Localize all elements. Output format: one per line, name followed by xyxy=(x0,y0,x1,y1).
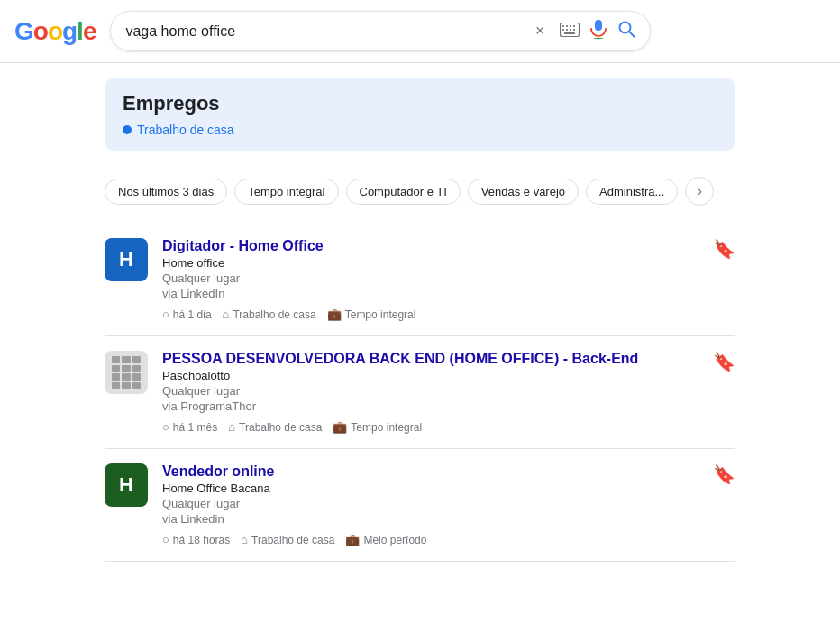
job-tags-1: ○ há 1 dia ⌂ Trabalho de casa 💼 Tempo in… xyxy=(162,307,735,321)
building-icon xyxy=(112,356,141,389)
chip-sales[interactable]: Vendas e varejo xyxy=(468,179,579,205)
svg-rect-7 xyxy=(570,29,571,31)
job-contract-1: 💼 Tempo integral xyxy=(327,307,416,321)
job-title-2[interactable]: PESSOA DESENVOLVEDORA BACK END (HOME OFF… xyxy=(162,351,735,367)
svg-rect-3 xyxy=(570,25,571,27)
chip-recent[interactable]: Nos últimos 3 dias xyxy=(105,179,227,205)
blue-dot xyxy=(123,125,132,134)
job-listing-2: PESSOA DESENVOLVEDORA BACK END (HOME OFF… xyxy=(105,336,735,449)
job-location-3: Qualquer lugar xyxy=(162,497,735,510)
svg-rect-5 xyxy=(562,29,564,31)
svg-rect-4 xyxy=(573,25,575,27)
job-company-3: Home Office Bacana xyxy=(162,482,735,495)
bag-icon-2: 💼 xyxy=(333,420,347,434)
search-bar: × xyxy=(110,11,651,51)
filter-chips: Nos últimos 3 dias Tempo integral Comput… xyxy=(105,166,735,216)
job-contract-2: 💼 Tempo integral xyxy=(333,420,422,434)
header-icons xyxy=(560,19,635,43)
job-location-2: Qualquer lugar xyxy=(162,384,735,398)
job-time-2: ○ há 1 mês xyxy=(162,420,217,434)
chip-admin[interactable]: Administra... xyxy=(586,179,678,205)
svg-rect-10 xyxy=(595,20,602,31)
job-worktype-3: ⌂ Trabalho de casa xyxy=(241,533,334,546)
job-source-1: via LinkedIn xyxy=(162,287,735,300)
bookmark-button-3[interactable]: 🔖 xyxy=(713,463,735,485)
divider xyxy=(552,21,552,42)
chip-tech[interactable]: Computador e TI xyxy=(346,179,461,205)
job-company-1: Home office xyxy=(162,256,735,270)
job-source-2: via ProgramaThor xyxy=(162,399,735,413)
house-icon-3: ⌂ xyxy=(241,533,248,546)
bookmark-button-1[interactable]: 🔖 xyxy=(713,238,735,260)
job-logo-1: H xyxy=(105,238,148,281)
clock-icon-2: ○ xyxy=(162,420,169,434)
house-icon-2: ⌂ xyxy=(228,420,235,434)
clock-icon-3: ○ xyxy=(162,533,169,546)
house-icon-1: ⌂ xyxy=(223,307,230,321)
svg-rect-9 xyxy=(564,32,575,34)
clear-icon[interactable]: × xyxy=(535,22,545,41)
keyboard-icon[interactable] xyxy=(560,21,580,41)
svg-rect-2 xyxy=(566,25,568,27)
svg-line-14 xyxy=(629,32,635,37)
jobs-card: Empregos Trabalho de casa xyxy=(105,78,735,151)
job-info-3: Vendedor online Home Office Bacana Qualq… xyxy=(162,463,735,546)
svg-rect-1 xyxy=(562,25,564,27)
chips-next-button[interactable]: › xyxy=(685,177,714,206)
search-button-icon[interactable] xyxy=(617,20,635,42)
job-logo-3: H xyxy=(105,463,148,507)
svg-rect-8 xyxy=(573,29,575,31)
bookmark-button-2[interactable]: 🔖 xyxy=(713,351,735,372)
job-title-1[interactable]: Digitador - Home Office xyxy=(162,238,735,254)
bag-icon-1: 💼 xyxy=(327,307,342,321)
header: Google × xyxy=(0,0,840,63)
jobs-title: Empregos xyxy=(123,92,717,115)
jobs-subtitle: Trabalho de casa xyxy=(123,123,717,137)
job-tags-2: ○ há 1 mês ⌂ Trabalho de casa 💼 Tempo in… xyxy=(162,420,735,434)
chip-fulltime[interactable]: Tempo integral xyxy=(234,179,338,205)
svg-rect-6 xyxy=(566,29,568,31)
job-worktype-1: ⌂ Trabalho de casa xyxy=(223,307,316,321)
job-contract-3: 💼 Meio período xyxy=(345,533,426,546)
job-time-1: ○ há 1 dia xyxy=(162,307,212,321)
job-time-3: ○ há 18 horas xyxy=(162,533,230,546)
jobs-subtitle-text: Trabalho de casa xyxy=(137,123,234,137)
job-listing-3: H Vendedor online Home Office Bacana Qua… xyxy=(105,449,735,562)
bag-icon-3: 💼 xyxy=(345,533,360,546)
job-location-1: Qualquer lugar xyxy=(162,271,735,285)
job-company-2: Paschoalotto xyxy=(162,369,735,382)
mic-icon[interactable] xyxy=(590,19,607,43)
job-logo-2 xyxy=(105,351,148,394)
main-content: Empregos Trabalho de casa Nos últimos 3 … xyxy=(105,63,735,576)
job-info-1: Digitador - Home Office Home office Qual… xyxy=(162,238,735,321)
job-worktype-2: ⌂ Trabalho de casa xyxy=(228,420,322,434)
clock-icon-1: ○ xyxy=(162,307,169,321)
job-info-2: PESSOA DESENVOLVEDORA BACK END (HOME OFF… xyxy=(162,351,735,434)
job-source-3: via Linkedin xyxy=(162,512,735,526)
google-logo: Google xyxy=(14,17,96,46)
job-title-3[interactable]: Vendedor online xyxy=(162,463,735,480)
search-input[interactable] xyxy=(125,23,527,40)
job-listing-1: H Digitador - Home Office Home office Qu… xyxy=(105,224,735,336)
job-tags-3: ○ há 18 horas ⌂ Trabalho de casa 💼 Meio … xyxy=(162,533,735,546)
